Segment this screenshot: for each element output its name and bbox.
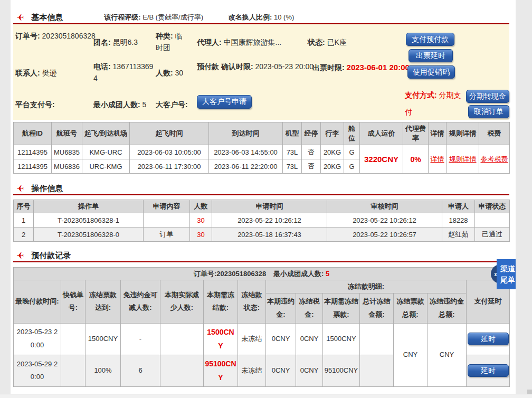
trip-rating-value: E/B (贡献率/成行率) <box>142 13 203 21</box>
rule-detail-link[interactable]: 规则详情 <box>449 155 477 163</box>
reference-tax-link[interactable]: 参考税费 <box>481 155 508 163</box>
prepay-cell: 未冻结 <box>238 323 266 355</box>
prepay-subcol-header: 冻结违约金总额: <box>428 293 467 323</box>
prepay-cell: - <box>121 323 160 355</box>
prepay-cell: 6 <box>121 355 160 386</box>
contact-value: 樊逊 <box>42 69 57 77</box>
plane-icon: ✈ <box>16 13 24 22</box>
operation-row: 1 T-2023051806328-1 30 2023-05-22 10:26:… <box>14 213 510 228</box>
basic-info-section-header: ✈ 基本信息 该行程评级: E/B (贡献率/成行率) 改名换人比例: 10 (… <box>13 12 509 24</box>
flight-cell: 12114395 <box>14 159 52 174</box>
prepay-subcol-header: 冻结税金: <box>296 293 323 323</box>
flight-col-header: 舱位 <box>344 122 360 145</box>
prepay-cell: 2023-05-29 20:00 <box>14 355 61 386</box>
prepay-col-header: 冻结款状态: <box>238 280 266 324</box>
operation-cell: T-2023051806328-0 <box>34 228 144 242</box>
flight-cell: 2023-06-11 22:20:00 <box>209 159 283 174</box>
basic-info-panel: 订单号: 2023051806328 团名: 昆明6.3 种类: 临时团 代理人… <box>13 24 509 120</box>
flight-col-header: 起飞/到达机场 <box>82 122 130 145</box>
prepay-caption-row: 订单号:2023051806328 最小成团成人数: 5 <box>14 268 510 280</box>
prepay-delay-cell: 延时 <box>467 355 510 386</box>
prepay-row: 2023-05-23 20:00 1500CNY - 1500CNY 未冻结 0… <box>14 323 510 355</box>
agent-value: 中国康辉旅游集... <box>224 38 282 46</box>
prepay-col-header: 本期需冻结款: <box>204 280 238 324</box>
status-field: 状态: 已K座 <box>308 37 347 49</box>
key-account-field: 大客户号: <box>156 99 188 111</box>
detail-link[interactable]: 详情 <box>431 155 444 163</box>
trip-rating-label: 该行程评级: <box>104 13 140 21</box>
delay-button[interactable]: 延时 <box>468 333 509 345</box>
prepay-cell: 2023-05-23 20:00 <box>14 323 61 355</box>
channel-tail-order-badge[interactable]: » 渠道 尾单 <box>491 259 516 289</box>
flight-cell: 12114395 <box>14 145 52 159</box>
prepay-ticket-total-cell: CNY <box>394 323 428 386</box>
prepay-cell: 95100CNY <box>323 355 360 386</box>
prepay-deadline-value: 2023-05-23 20:00 <box>255 62 314 71</box>
prepay-caption: 订单号:2023051806328 最小成团成人数: 5 <box>14 268 510 280</box>
trip-rating: 该行程评级: E/B (贡献率/成行率) <box>104 13 203 22</box>
rename-ratio-value: 10 (%) <box>274 13 294 21</box>
flight-cell: 2023-06-11 17:30:00 <box>130 159 209 174</box>
flight-table: 航程ID 航班号 起飞/到达机场 起飞时间 到达时间 机型 经停 行李 舱位 成… <box>13 122 510 174</box>
prepay-col-header: 快钱单号: <box>61 280 86 324</box>
delay-button[interactable]: 延时 <box>468 364 509 377</box>
flight-cell: G <box>344 145 360 159</box>
operation-col-header: 申请时间 <box>212 200 327 213</box>
flight-cell: 20KG <box>321 159 344 174</box>
operation-col-header: 操作单 <box>34 200 144 213</box>
prepay-deadline-label: 预付款 确认时限: <box>197 62 253 71</box>
platform-pay-field: 平台支付号: <box>15 99 55 111</box>
prepay-cell: 1500CNY <box>323 323 360 355</box>
operation-cell: 30 <box>190 228 212 242</box>
flight-header-row: 航程ID 航班号 起飞/到达机场 起飞时间 到达时间 机型 经停 行李 舱位 成… <box>14 122 510 145</box>
operation-row: 2 T-2023051806328-0 订单 30 2023-05-18 16:… <box>14 228 510 242</box>
adult-fare-cell: 3220CNY <box>360 145 403 174</box>
prepay-cell <box>61 323 86 355</box>
prepay-col-header: 最晚付款时间: <box>14 280 61 324</box>
agent-rate-cell: 0% <box>403 145 429 174</box>
tax-link-cell: 参考税费 <box>479 145 510 174</box>
prepay-table: 订单号:2023051806328 最小成团成人数: 5 最晚付款时间: 快钱单… <box>13 267 510 387</box>
operation-cell: 2023-05-22 10:26:12 <box>327 213 442 228</box>
ticket-delay-button[interactable]: 出票延时 <box>408 49 453 62</box>
ticket-deadline-value: 2023-06-01 20:00 <box>347 63 410 72</box>
operation-col-header: 序号 <box>14 200 34 213</box>
flight-cell: G <box>344 159 360 174</box>
operation-cell: 2023-05-22 10:26:57 <box>327 228 442 242</box>
rename-ratio: 改名换人比例: 10 (%) <box>229 13 294 22</box>
prepay-caption-order-value: 2023051806328 <box>216 270 266 278</box>
contact-label: 联系人: <box>15 69 40 77</box>
basic-info-title: 基本信息 <box>31 13 63 23</box>
operation-table: 序号 操作单 申请内容 人数 申请时间 审核时间 申请人 申请状态 1 T-20… <box>13 200 510 242</box>
flight-cell: 否 <box>302 145 321 159</box>
operation-header-row: 序号 操作单 申请内容 人数 申请时间 审核时间 申请人 申请状态 <box>14 200 510 213</box>
rename-ratio-label: 改名换人比例: <box>229 13 272 21</box>
prepay-detail-group-header: 冻结款明细: <box>266 280 467 293</box>
prepay-header-row-1: 最晚付款时间: 快钱单号: 冻结票款达到: 免违约金可减人数: 本期实际减少人数… <box>14 280 510 293</box>
prepay-cell: 0CNY <box>296 323 323 355</box>
prepay-subcol-header: 本期违约金: <box>266 293 296 323</box>
plane-icon: ✈ <box>16 251 24 260</box>
flight-cell: MU6836 <box>52 159 82 174</box>
prepay-delay-cell: 延时 <box>467 323 510 355</box>
pay-method-label: 支付方式: <box>405 91 437 99</box>
flight-col-header: 航程ID <box>14 122 52 145</box>
flight-col-header: 起飞时间 <box>130 122 209 145</box>
prepay-cell <box>160 355 204 386</box>
cancel-order-button[interactable]: 取消订单 <box>468 105 509 118</box>
operation-cell: 订单 <box>144 228 190 242</box>
use-promo-code-button[interactable]: 使用促销码 <box>407 65 455 79</box>
pay-prepay-button[interactable]: 支付预付款 <box>406 33 454 46</box>
installment-to-cash-button[interactable]: 分期转现金 <box>466 90 509 103</box>
operation-section-header: ✈ 操作信息 <box>13 183 509 195</box>
type-label: 种类: <box>156 32 173 40</box>
prepay-amount-cell: 95100CNY <box>204 355 238 386</box>
platform-pay-label: 平台支付号: <box>15 100 55 109</box>
flight-cell: KMG-URC <box>82 145 130 159</box>
key-account-apply-button[interactable]: 大客户号申请 <box>197 95 252 109</box>
status-label: 状态: <box>308 38 325 46</box>
prepay-col-header: 冻结票款达到: <box>86 280 121 324</box>
group-name-label: 团名: <box>93 38 111 46</box>
bottom-bar <box>0 394 532 398</box>
prepay-deadline-field: 预付款 确认时限: 2023-05-23 20:00 <box>197 61 315 73</box>
